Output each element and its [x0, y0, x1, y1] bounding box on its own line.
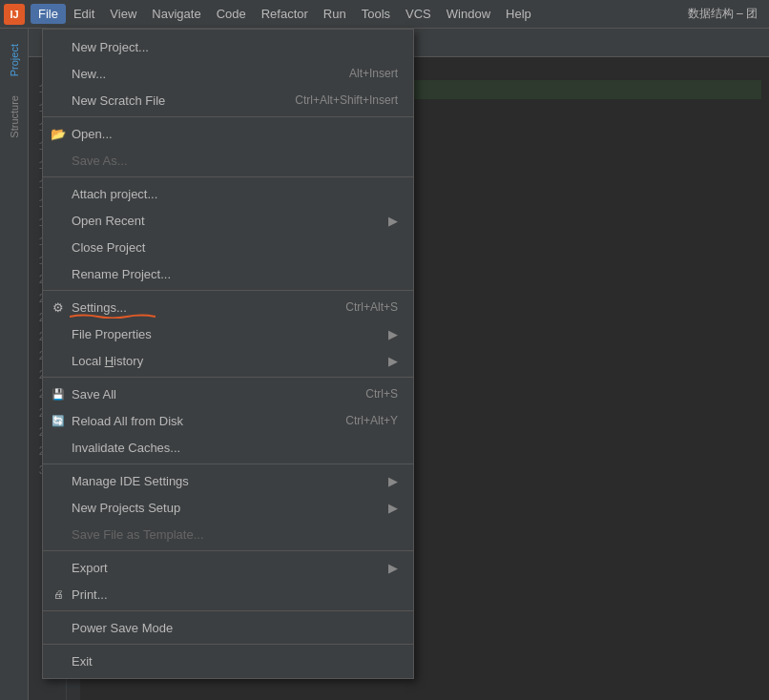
menu-item-rename-project[interactable]: Rename Project...: [43, 260, 413, 287]
menu-item-print[interactable]: 🖨 Print...: [43, 581, 413, 607]
menu-item-new-scratch-file[interactable]: New Scratch File Ctrl+Alt+Shift+Insert: [43, 87, 413, 113]
menu-item-file-properties[interactable]: File Properties ▶: [43, 320, 413, 347]
separator-7: [43, 610, 413, 611]
menu-item-open-recent[interactable]: Open Recent ▶: [43, 207, 413, 234]
open-icon: 📂: [49, 127, 68, 141]
menu-refactor[interactable]: Refactor: [254, 4, 316, 24]
separator-8: [43, 644, 413, 645]
file-dropdown-menu: New Project... New... Alt+Insert New Scr…: [42, 29, 414, 679]
menu-item-local-history[interactable]: Local History ▶: [43, 347, 413, 374]
menu-view[interactable]: View: [102, 4, 144, 24]
menu-item-save-all[interactable]: 💾 Save All Ctrl+S: [43, 381, 413, 407]
menu-item-reload-all[interactable]: 🔄 Reload All from Disk Ctrl+Alt+Y: [43, 407, 413, 434]
menu-tools[interactable]: Tools: [354, 4, 398, 24]
settings-icon: ⚙: [49, 300, 68, 315]
menu-item-open[interactable]: 📂 Open...: [43, 120, 413, 147]
menu-item-power-save-mode[interactable]: Power Save Mode: [43, 614, 413, 641]
menu-edit[interactable]: Edit: [66, 4, 102, 24]
workspace-title: 数据结构 – 团: [688, 6, 765, 22]
menu-item-save-as: Save As...: [43, 147, 413, 174]
menu-item-export[interactable]: Export ▶: [43, 554, 413, 581]
menu-item-new-project[interactable]: New Project...: [43, 33, 413, 60]
menu-item-attach-project[interactable]: Attach project...: [43, 180, 413, 207]
menu-item-new[interactable]: New... Alt+Insert: [43, 60, 413, 87]
menu-bar: IJ File Edit View Navigate Code Refactor…: [0, 0, 769, 29]
separator-1: [43, 116, 413, 117]
menu-help[interactable]: Help: [498, 4, 539, 24]
separator-5: [43, 463, 413, 464]
print-icon: 🖨: [49, 588, 68, 600]
menu-item-close-project[interactable]: Close Project: [43, 234, 413, 260]
save-all-icon: 💾: [49, 388, 68, 401]
menu-item-new-projects-setup[interactable]: New Projects Setup ▶: [43, 494, 413, 521]
left-sidebar: Project Structure: [0, 29, 29, 700]
app-logo: IJ: [4, 4, 25, 25]
menu-item-save-file-template: Save File as Template...: [43, 521, 413, 547]
menu-item-settings[interactable]: ⚙ Settings... Ctrl+Alt+S: [43, 294, 413, 320]
menu-window[interactable]: Window: [439, 4, 498, 24]
sidebar-tab-project[interactable]: Project: [5, 36, 24, 84]
separator-4: [43, 377, 413, 378]
menu-run[interactable]: Run: [316, 4, 354, 24]
menu-item-manage-ide[interactable]: Manage IDE Settings ▶: [43, 467, 413, 494]
separator-6: [43, 550, 413, 551]
menu-code[interactable]: Code: [209, 4, 254, 24]
menu-vcs[interactable]: VCS: [398, 4, 439, 24]
sidebar-tab-structure[interactable]: Structure: [5, 88, 24, 146]
reload-all-icon: 🔄: [49, 415, 68, 427]
menu-file[interactable]: File: [31, 4, 66, 24]
separator-2: [43, 176, 413, 177]
menu-item-exit[interactable]: Exit: [43, 648, 413, 674]
menu-item-invalidate-caches[interactable]: Invalidate Caches...: [43, 434, 413, 461]
menu-navigate[interactable]: Navigate: [144, 4, 208, 24]
separator-3: [43, 290, 413, 291]
